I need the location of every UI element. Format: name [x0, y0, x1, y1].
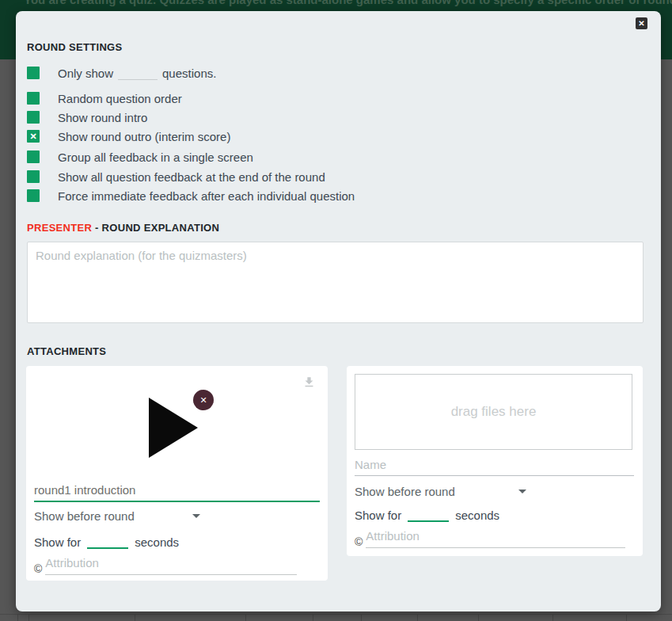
seconds-label: seconds [135, 535, 179, 549]
checkbox-feedback-end[interactable] [27, 170, 40, 183]
question-count-input[interactable] [118, 68, 158, 80]
show-for-seconds-input[interactable] [408, 510, 449, 522]
attribution-input[interactable] [366, 529, 625, 548]
attachment-name-input[interactable] [34, 483, 320, 502]
option-label: Force immediate feedback after each indi… [58, 189, 355, 203]
explanation-heading-rest: - ROUND EXPLANATION [92, 222, 219, 234]
checkbox-random-order[interactable] [27, 92, 40, 105]
checkbox-round-intro[interactable] [27, 111, 40, 124]
chevron-down-icon [518, 490, 526, 493]
only-show-suffix: questions. [162, 67, 216, 80]
quiz-intro-text: You are creating a quiz. Quizzes are pla… [24, 0, 672, 6]
option-row-immediate-feedback: Force immediate feedback after each indi… [27, 189, 355, 203]
round-explanation-textarea[interactable] [27, 242, 644, 323]
option-label: Random question order [58, 92, 182, 105]
presenter-explanation-heading: PRESENTER - ROUND EXPLANATION [27, 222, 219, 234]
attribution-row: © [355, 529, 625, 548]
file-dropzone[interactable]: drag files here [355, 374, 632, 450]
chevron-down-icon [192, 514, 200, 518]
close-icon[interactable]: ✕ [636, 17, 647, 29]
copyright-icon: © [34, 562, 42, 575]
show-when-value: Show before round [34, 509, 135, 523]
checkbox-only-show[interactable] [27, 67, 40, 79]
show-when-dropdown[interactable]: Show before round [355, 485, 526, 498]
checkbox-group-feedback[interactable] [27, 150, 40, 163]
option-label: Show all question feedback at the end of… [58, 170, 325, 184]
checkbox-x-icon: ✕ [29, 130, 36, 143]
show-for-row: Show for seconds [355, 509, 499, 522]
option-label: Group all feedback in a single screen [58, 150, 253, 164]
show-for-row: Show for seconds [34, 535, 179, 549]
copyright-icon: © [355, 535, 363, 548]
show-for-label: Show for [34, 535, 81, 549]
seconds-label: seconds [455, 509, 499, 522]
option-label: Only showquestions. [58, 67, 216, 80]
only-show-prefix: Only show [58, 67, 113, 80]
checkbox-round-outro-checked[interactable]: ✕ [27, 130, 40, 143]
dimmed-background-lines [0, 614, 672, 621]
option-row-round-intro: Show round intro [27, 111, 147, 124]
round-settings-heading: ROUND SETTINGS [27, 41, 122, 53]
presenter-highlight: PRESENTER [27, 222, 92, 234]
play-icon[interactable] [149, 398, 198, 458]
attribution-row: © [34, 556, 297, 575]
option-label: Show round outro (interim score) [58, 130, 230, 143]
option-label: Show round intro [58, 111, 147, 124]
attachment-name-input[interactable] [355, 458, 634, 476]
show-when-dropdown[interactable]: Show before round [34, 509, 200, 523]
option-row-random-order: Random question order [27, 92, 182, 105]
option-row-only-show: Only showquestions. [27, 67, 216, 80]
attribution-input[interactable] [45, 556, 297, 575]
option-row-group-feedback: Group all feedback in a single screen [27, 150, 253, 164]
show-for-seconds-input[interactable] [87, 537, 128, 549]
option-row-feedback-end: Show all question feedback at the end of… [27, 170, 325, 184]
download-icon[interactable] [302, 375, 316, 392]
round-settings-dialog: ✕ ROUND SETTINGS Only showquestions. Ran… [16, 11, 661, 611]
attachments-heading: ATTACHMENTS [27, 345, 106, 357]
show-when-value: Show before round [355, 485, 455, 498]
remove-attachment-button[interactable]: ✕ [193, 390, 214, 410]
attachment-card-upload: drag files here Show before round Show f… [347, 366, 643, 556]
checkbox-immediate-feedback[interactable] [27, 189, 40, 202]
attachment-card-video: ✕ Show before round Show for seconds © [26, 366, 328, 581]
show-for-label: Show for [355, 509, 401, 522]
option-row-round-outro: ✕ Show round outro (interim score) [27, 130, 230, 143]
